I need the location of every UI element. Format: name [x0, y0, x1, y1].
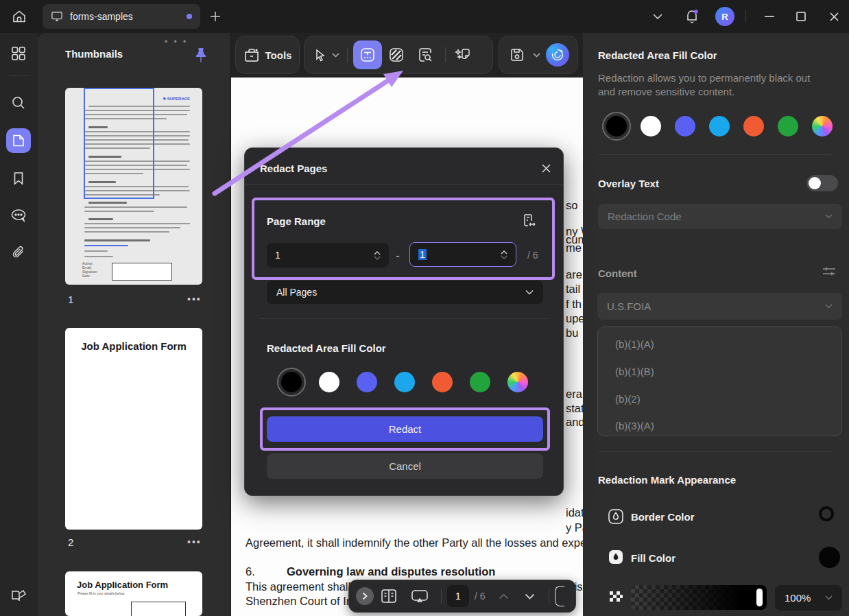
previous-page-button[interactable]: [491, 593, 517, 600]
select-tool-button[interactable]: [311, 48, 329, 62]
notifications-button[interactable]: [683, 6, 701, 27]
close-window-button[interactable]: [822, 7, 846, 26]
page-number-input[interactable]: 1: [447, 585, 469, 607]
doc-fragment: stat: [566, 402, 583, 415]
sidebar-item-search[interactable]: [6, 91, 31, 115]
color-swatch-orange[interactable]: [432, 372, 453, 392]
thumbnail-page-1[interactable]: ✳ SUPERACE: [65, 88, 202, 285]
pin-panel-button[interactable]: [191, 45, 211, 64]
search-redact-button[interactable]: [411, 46, 440, 64]
opacity-slider-handle[interactable]: [756, 589, 763, 606]
color-swatch-green[interactable]: [470, 372, 490, 392]
page-layout-button[interactable]: [374, 588, 404, 604]
color-swatch-white[interactable]: [641, 116, 661, 137]
home-button[interactable]: [7, 5, 32, 28]
fill-color-section-title: Redacted Area Fill Color: [598, 49, 717, 61]
doc-fragment: so: [566, 199, 583, 212]
page-total-label: / 6: [475, 591, 486, 602]
page-range-from-input[interactable]: 1: [267, 243, 389, 268]
border-color-swatch[interactable]: [819, 506, 834, 521]
zoom-pill-clipped[interactable]: [555, 586, 564, 606]
avatar[interactable]: R: [715, 7, 734, 26]
tools-button[interactable]: Tools: [235, 36, 300, 74]
sidebar-item-grid-view[interactable]: [6, 41, 31, 66]
minimize-button[interactable]: [757, 7, 782, 26]
select-tool-chevron[interactable]: [329, 53, 342, 58]
maximize-icon: [796, 12, 806, 21]
color-swatch-black[interactable]: [606, 116, 627, 137]
page-scope-value: All Pages: [276, 287, 317, 298]
content-settings-button[interactable]: [822, 265, 837, 279]
dialog-close-button[interactable]: [536, 158, 555, 178]
overlay-text-label: Overlay Text: [598, 178, 659, 189]
thumbnail-doc-subtitle: Please fill in your details below.: [77, 591, 125, 595]
comment-icon: [10, 208, 27, 223]
to-stepper[interactable]: [501, 250, 507, 259]
thumbnail-page-2[interactable]: Job Application Form: [65, 328, 202, 530]
presentation-icon: [410, 588, 429, 604]
color-swatch-black[interactable]: [281, 372, 302, 392]
rail-divider: [10, 75, 29, 76]
fill-color-description: Redaction allows you to permanently blac…: [598, 71, 828, 99]
color-swatch-orange[interactable]: [743, 116, 764, 137]
panel-resize-handle[interactable]: • • •: [165, 37, 188, 47]
opacity-select[interactable]: 100%: [775, 585, 842, 611]
page-range-icon: [521, 213, 537, 229]
color-swatch-white[interactable]: [319, 372, 339, 392]
chevron-down-icon: [652, 13, 663, 20]
list-item[interactable]: (b)(1)(A): [615, 338, 654, 350]
border-color-label: Border Color: [631, 511, 695, 523]
color-swatch-indigo[interactable]: [675, 116, 695, 137]
to-value: 1: [418, 249, 427, 260]
from-value: 1: [275, 250, 280, 261]
overlay-text-toggle[interactable]: [806, 175, 838, 191]
page-thumbnails-icon: [11, 133, 26, 148]
page-range-to-input[interactable]: 1: [409, 242, 516, 267]
redaction-code-select[interactable]: Redaction Code: [598, 204, 842, 229]
save-button[interactable]: [507, 47, 527, 63]
chevron-down-icon: [825, 304, 833, 309]
color-swatch-custom[interactable]: [507, 372, 528, 392]
page-range-mode-button[interactable]: [519, 211, 538, 230]
expand-nav-button[interactable]: [356, 587, 374, 605]
sidebar-item-thumbnails[interactable]: [6, 128, 31, 153]
redact-button[interactable]: Redact: [267, 416, 543, 442]
redact-pages-button[interactable]: [353, 40, 382, 69]
sidebar-item-reader-mode[interactable]: [6, 583, 31, 608]
redact-area-button[interactable]: [382, 46, 411, 64]
list-item[interactable]: (b)(3)(A): [615, 420, 654, 431]
save-group: [499, 36, 578, 74]
list-item[interactable]: (b)(2): [615, 393, 641, 405]
color-swatch-cyan[interactable]: [394, 372, 415, 392]
new-tab-button[interactable]: [208, 10, 223, 23]
cancel-button[interactable]: Cancel: [267, 453, 543, 479]
list-item[interactable]: (b)(1)(B): [615, 366, 654, 377]
sidebar-item-bookmarks[interactable]: [6, 166, 31, 191]
color-swatch-green[interactable]: [778, 116, 798, 137]
range-separator: -: [389, 250, 407, 262]
ai-assistant-button[interactable]: [546, 43, 569, 67]
redact-tool-group: [304, 36, 493, 74]
color-swatch-custom[interactable]: [812, 116, 833, 137]
color-swatch-cyan[interactable]: [709, 116, 730, 137]
document-tab[interactable]: forms-samples: [43, 4, 200, 29]
thumbnail-menu-button[interactable]: •••: [187, 536, 202, 547]
content-category-select[interactable]: U.S.FOIA: [597, 293, 842, 320]
sidebar-item-comments[interactable]: [6, 203, 31, 228]
cleanup-tool-button[interactable]: [451, 46, 475, 64]
thumbnail-page-3[interactable]: Job Application Form Please fill in your…: [65, 571, 202, 616]
page-total-label: / 6: [527, 250, 538, 261]
next-page-button[interactable]: [517, 593, 543, 600]
window-menu-chevron[interactable]: [650, 10, 665, 23]
tools-label: Tools: [265, 49, 292, 61]
fill-color-swatch[interactable]: [819, 547, 840, 568]
presentation-mode-button[interactable]: [404, 588, 435, 604]
from-stepper[interactable]: [374, 251, 381, 260]
maximize-button[interactable]: [789, 7, 813, 26]
page-scope-select[interactable]: All Pages: [267, 281, 543, 304]
color-swatch-indigo[interactable]: [357, 372, 377, 392]
sidebar-item-attachments[interactable]: [6, 240, 31, 265]
save-options-chevron[interactable]: [531, 53, 542, 58]
opacity-slider[interactable]: [631, 585, 767, 610]
thumbnail-menu-button[interactable]: •••: [187, 294, 202, 305]
